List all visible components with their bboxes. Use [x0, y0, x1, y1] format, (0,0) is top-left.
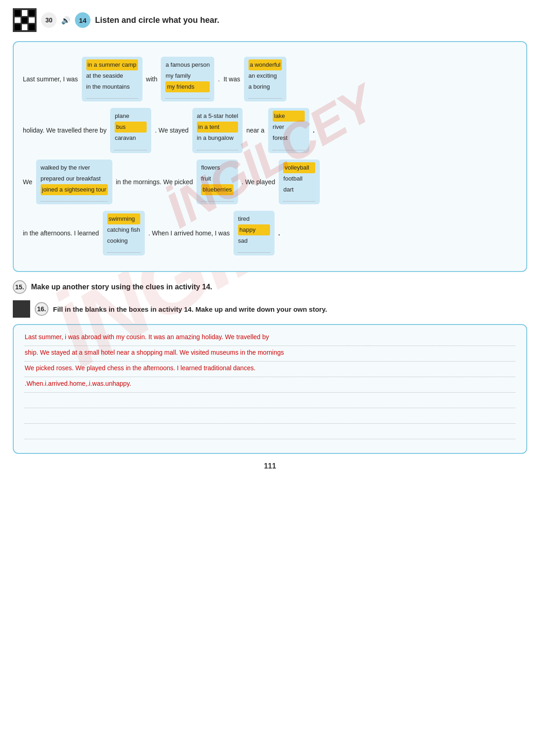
exercise-row-1: Last summer, I was in a summer camp at t…	[23, 57, 517, 101]
writing-line-1[interactable]: Last summer, i was abroad with my cousin…	[25, 333, 515, 346]
section15-badge: 15.	[13, 280, 26, 294]
row3-box2-item1: flowers	[201, 162, 233, 173]
row3-box1: walked by the river prepared our breakfa…	[36, 160, 112, 204]
row1-connector2: .	[218, 75, 220, 83]
row2-box2: at a 5-star hotel in a tent in a bungalo…	[192, 108, 243, 153]
section-15: 15. Make up another story using the clue…	[13, 280, 527, 294]
row2-box1-dotline	[115, 144, 147, 150]
row3-box1-item2: prepared our breakfast	[41, 173, 108, 184]
row2-box1-item1: plane	[115, 111, 147, 122]
row1-box3-dotline	[249, 92, 282, 99]
page-header: 30 🔊 14 Listen and circle what you hear.	[0, 0, 540, 37]
row3-label-start: We	[23, 178, 32, 186]
row2-box3-item3: forest	[273, 133, 305, 144]
writing-line-5[interactable]	[25, 395, 515, 408]
speaker-icon: 🔊	[61, 16, 70, 25]
qr-code	[13, 8, 37, 32]
row3-box2: flowers fruit blueberries	[196, 160, 238, 204]
row3-box2-item3: blueberries	[201, 184, 233, 195]
section16-text: Fill in the blanks in the boxes in activ…	[53, 305, 327, 313]
row3-box1-item1: walked by the river	[41, 162, 108, 173]
activity-number: 14	[75, 12, 90, 28]
row2-box2-item2: in a tent	[197, 122, 238, 133]
row1-box2-item1: a famous person	[165, 59, 210, 70]
row3-box2-dotline	[201, 195, 233, 202]
row1-box3: a wonderful an exciting a boring	[244, 57, 286, 101]
section15-text: Make up another story using the clues in…	[31, 283, 212, 291]
row3-box3-dotline	[283, 195, 315, 202]
row4-connector1: . When I arrived home, I was	[148, 229, 230, 237]
row1-connector1: with	[146, 75, 158, 83]
row1-box1-item2: at the seaside	[86, 70, 138, 81]
row1-box3-item1: a wonderful	[249, 59, 282, 70]
row4-box2-item2: happy	[238, 224, 270, 235]
row1-box3-item3: a boring	[249, 81, 282, 92]
row2-box1: plane bus caravan	[110, 108, 151, 153]
exercise-row-3: We walked by the river prepared our brea…	[23, 160, 517, 204]
page-number: 111	[0, 462, 540, 470]
row2-box2-dotline	[197, 144, 238, 150]
row2-box1-item3: caravan	[115, 133, 147, 144]
row2-box3: lake river forest	[268, 108, 309, 153]
row3-box3: volleyball football dart	[279, 160, 320, 204]
row3-box3-item1: volleyball	[283, 162, 315, 173]
row2-connector1: . We stayed	[155, 127, 189, 134]
row4-box1-item3: cooking	[107, 235, 140, 246]
row4-box2-item3: sad	[238, 235, 270, 246]
row2-box1-item2: bus	[115, 122, 147, 133]
row2-box2-item1: at a 5-star hotel	[197, 111, 238, 122]
exercise-row-4: in the afternoons. I learned swimming ca…	[23, 211, 517, 256]
section16-badge: 16.	[35, 302, 48, 316]
row4-box2: tired happy sad	[233, 211, 275, 256]
writing-line-2[interactable]: ship. We stayed at a small hotel near a …	[25, 349, 515, 362]
row3-box2-item2: fruit	[201, 173, 233, 184]
row4-period: .	[278, 229, 280, 237]
row1-connector3: It was	[223, 75, 240, 83]
row2-label: holiday. We travelled there by	[23, 127, 106, 134]
row4-box2-item1: tired	[238, 213, 270, 224]
row1-box3-item2: an exciting	[249, 70, 282, 81]
writing-box[interactable]: Last summer, i was abroad with my cousin…	[13, 324, 527, 454]
row1-box1-item1: in a summer camp	[86, 59, 138, 70]
row1-box1-item3: in the mountains	[86, 81, 138, 92]
row1-box2-item2: my family	[165, 70, 210, 81]
section-16: 16. Fill in the blanks in the boxes in a…	[13, 300, 527, 318]
writing-line-7[interactable]	[25, 426, 515, 439]
qr-code-16	[13, 300, 30, 318]
row4-box2-dotline	[238, 246, 270, 253]
exercise-row-2: holiday. We travelled there by plane bus…	[23, 108, 517, 153]
row2-box3-dotline	[273, 144, 305, 150]
row2-box3-item1: lake	[273, 111, 305, 122]
row4-box1: swimming catching fish cooking	[103, 211, 145, 256]
row1-box2: a famous person my family my friends	[161, 57, 214, 101]
row4-label: in the afternoons. I learned	[23, 229, 99, 237]
row4-box1-item2: catching fish	[107, 224, 140, 235]
activity-title: Listen and circle what you hear.	[95, 16, 219, 25]
row3-box1-dotline	[41, 195, 108, 202]
row1-label: Last summer, I was	[23, 75, 78, 83]
row3-box3-item3: dart	[283, 184, 315, 195]
track-number: 30	[41, 12, 57, 28]
row2-box2-item3: in a bungalow	[197, 133, 238, 144]
row2-connector2: near a	[246, 127, 265, 134]
writing-line-3[interactable]: We picked roses. We played chess in the …	[25, 364, 515, 377]
row3-connector2: . We played	[242, 178, 275, 186]
row1-box1-dotline	[86, 92, 138, 99]
row4-box1-dotline	[107, 246, 140, 253]
row1-box2-item3: my friends	[165, 81, 210, 92]
row1-box1: in a summer camp at the seaside in the m…	[82, 57, 143, 101]
row3-connector1: in the mornings. We picked	[116, 178, 193, 186]
row1-box2-dotline	[165, 92, 210, 99]
row3-box3-item2: football	[283, 173, 315, 184]
row4-box1-item1: swimming	[107, 213, 140, 224]
writing-line-6[interactable]	[25, 411, 515, 424]
exercise-14-box: İNGİLCEY Last summer, I was in a summer …	[13, 41, 527, 272]
row2-period: .	[313, 127, 315, 134]
row2-box3-item2: river	[273, 122, 305, 133]
writing-line-4[interactable]: .When.i.arrived.home,.i.was.unhappy.	[25, 380, 515, 393]
row3-box1-item3: joined a sightseeing tour	[41, 184, 108, 195]
